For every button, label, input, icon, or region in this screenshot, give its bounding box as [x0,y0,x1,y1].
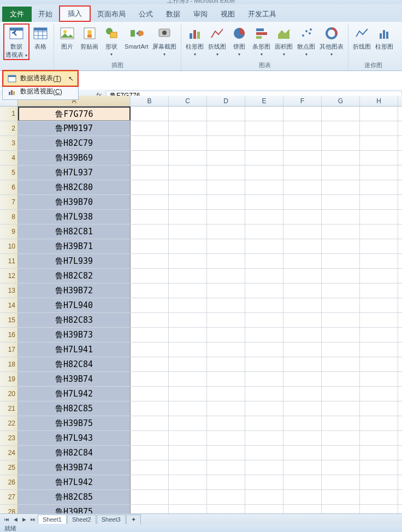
cell[interactable] [360,165,398,180]
cell[interactable] [283,151,322,165]
cell[interactable] [131,269,169,283]
cell[interactable] [322,446,360,460]
pivot-table-button[interactable]: 数据 透视表 ▾ [3,23,29,60]
file-tab[interactable]: 文件 [2,7,32,22]
cell[interactable] [131,298,169,312]
cell[interactable] [169,313,207,327]
cell[interactable] [322,372,360,386]
cell[interactable] [360,239,398,253]
shapes-button[interactable]: 形状▾ [100,23,122,59]
cell[interactable] [169,490,207,504]
cell[interactable] [131,475,169,489]
pie-chart-button[interactable]: 饼图▾ [228,23,250,59]
row-header[interactable]: 20 [0,387,18,401]
cell[interactable] [245,387,283,401]
cell[interactable] [360,269,398,283]
cell[interactable] [322,239,360,253]
sheet-tab-3[interactable]: Sheet3 [97,515,126,524]
sparkline-line-button[interactable]: 折线图 [351,23,373,51]
cell[interactable] [283,107,322,121]
row-header[interactable]: 19 [0,372,18,386]
cell[interactable] [207,239,245,253]
cell[interactable] [360,151,398,165]
row-header[interactable]: 10 [0,239,18,253]
cell[interactable] [283,416,322,430]
row-header[interactable]: 14 [0,298,18,312]
cell[interactable] [169,298,207,312]
cell[interactable] [245,180,283,194]
cell[interactable] [207,165,245,180]
cell[interactable] [169,269,207,283]
row-header[interactable]: 18 [0,357,18,371]
cell[interactable] [283,269,322,283]
other-chart-button[interactable]: 其他图表▾ [317,23,346,59]
row-header[interactable]: 23 [0,431,18,445]
cell[interactable] [207,224,245,239]
cell[interactable] [207,298,245,312]
cell[interactable] [283,342,322,357]
cell[interactable] [245,416,283,430]
cell[interactable] [360,460,398,475]
row-header[interactable]: 22 [0,416,18,430]
row-header[interactable]: 26 [0,475,18,489]
cell[interactable] [283,475,322,489]
cell[interactable]: 鲁H82C83 [18,313,131,327]
cell[interactable] [207,195,245,209]
cell[interactable] [131,416,169,430]
cell[interactable] [245,342,283,357]
tab-layout[interactable]: 页面布局 [91,7,132,22]
table-button[interactable]: 表格 [29,23,51,51]
cell[interactable]: 鲁H39B75 [18,416,131,430]
cell[interactable] [360,490,398,504]
cell[interactable] [169,239,207,253]
cell[interactable] [207,357,245,371]
cell[interactable] [322,431,360,445]
cell[interactable] [360,387,398,401]
cell[interactable] [245,298,283,312]
cell[interactable] [283,372,322,386]
cell[interactable] [245,372,283,386]
smartart-button[interactable]: SmartArt [122,23,150,51]
cell[interactable]: 鲁H7L940 [18,298,131,312]
cell[interactable] [283,431,322,445]
row-header[interactable]: 4 [0,151,18,165]
cell[interactable]: 鲁H7L937 [18,165,131,180]
cell[interactable] [207,283,245,298]
area-chart-button[interactable]: 面积图▾ [273,23,295,59]
cell[interactable] [131,342,169,357]
cell[interactable] [131,224,169,239]
sparkline-col-button[interactable]: 柱形图 [373,23,395,51]
cell[interactable] [360,313,398,327]
cell[interactable]: 鲁H82C81 [18,224,131,239]
picture-button[interactable]: 图片 [56,23,78,51]
cell[interactable]: 鲁H39B74 [18,460,131,475]
cell[interactable] [322,328,360,342]
cell[interactable] [322,136,360,150]
cell[interactable] [169,372,207,386]
cell[interactable] [245,446,283,460]
col-header-D[interactable]: D [207,96,245,106]
cell[interactable] [131,460,169,475]
cell[interactable] [322,180,360,194]
row-header[interactable]: 5 [0,165,18,180]
cell[interactable] [169,151,207,165]
cell[interactable] [245,490,283,504]
cell[interactable] [207,151,245,165]
row-header[interactable]: 9 [0,224,18,239]
cell[interactable] [283,313,322,327]
cell[interactable] [245,431,283,445]
cell[interactable] [360,121,398,135]
cell[interactable] [169,446,207,460]
cell[interactable] [245,313,283,327]
cell[interactable] [169,180,207,194]
cell[interactable] [131,210,169,224]
cell[interactable] [169,387,207,401]
cell[interactable] [245,107,283,121]
cell[interactable] [169,401,207,416]
cell[interactable] [360,107,398,121]
tab-dev[interactable]: 开发工具 [241,7,283,22]
column-chart-button[interactable]: 柱形图▾ [184,23,206,59]
cell[interactable] [360,136,398,150]
cell[interactable] [283,239,322,253]
cell[interactable] [169,210,207,224]
